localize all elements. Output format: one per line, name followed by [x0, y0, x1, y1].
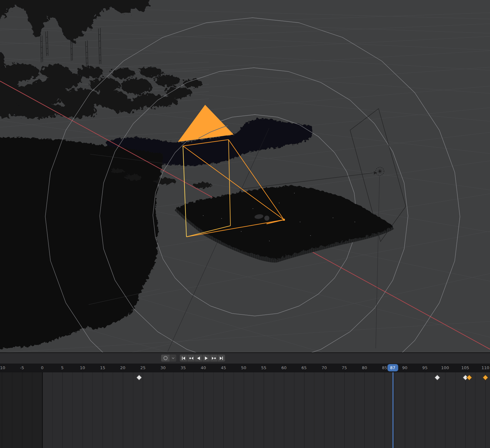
track-gridline — [143, 372, 143, 448]
play-forward-button[interactable] — [203, 355, 210, 362]
ruler-tick-label: -10 — [0, 365, 5, 370]
prev-keyframe-icon — [189, 356, 194, 361]
ruler-tick-label: 40 — [201, 365, 206, 370]
keyframe-diamond[interactable] — [136, 375, 142, 380]
track-gridline — [72, 372, 73, 448]
camera-target-point — [283, 219, 285, 221]
skip-to-end-icon — [219, 356, 224, 361]
track-gridline — [133, 372, 133, 448]
grass-mass[interactable] — [0, 137, 163, 348]
timeline-editor[interactable]: 1101051009590858075706560555045403530252… — [0, 352, 490, 448]
ruler-tick-label: -5 — [20, 365, 24, 370]
track-gridline — [304, 372, 305, 448]
track-gridline — [264, 372, 264, 448]
track-gridline — [374, 372, 375, 448]
track-gridline — [344, 372, 345, 448]
track-gridline — [364, 372, 365, 448]
ruler-tick-label: 90 — [402, 365, 407, 370]
track-gridline — [385, 372, 385, 448]
record-circle-icon — [163, 356, 168, 361]
ruler-tick-label: 30 — [160, 365, 166, 370]
track-gridline — [12, 372, 12, 448]
ruler-tick-label: 15 — [100, 365, 105, 370]
current-frame-indicator[interactable]: 87 — [387, 364, 398, 371]
track-gridline — [415, 372, 415, 448]
track-gridline — [284, 372, 284, 448]
out-of-range-shading — [0, 372, 42, 448]
track-gridline — [32, 372, 32, 448]
play-reverse-button[interactable] — [195, 355, 202, 362]
grass-plane-top — [177, 186, 393, 259]
auto-keying-button[interactable] — [161, 355, 170, 362]
track-gridline — [475, 372, 475, 448]
chevron-down-icon — [171, 356, 175, 360]
track-gridline — [203, 372, 204, 448]
previous-keyframe-button[interactable] — [187, 355, 195, 362]
auto-keying-dropdown[interactable] — [170, 355, 176, 362]
jump-to-end-button[interactable] — [218, 355, 225, 362]
ruler-tick-label: 35 — [180, 365, 186, 370]
keyframe-diamond[interactable] — [467, 375, 472, 380]
timeline-tracks[interactable] — [0, 372, 490, 448]
ruler-tick-label: 95 — [422, 365, 428, 370]
track-gridline — [223, 372, 224, 448]
viewport-3d[interactable] — [0, 0, 490, 352]
keyframe-diamond[interactable] — [483, 375, 488, 380]
track-gridline — [193, 372, 194, 448]
ruler-tick-label: 45 — [221, 365, 226, 370]
track-gridline — [334, 372, 335, 448]
track-gridline — [83, 372, 83, 448]
track-gridline — [113, 372, 113, 448]
track-gridline — [405, 372, 405, 448]
track-gridline — [254, 372, 254, 448]
grass-plane[interactable] — [177, 186, 393, 260]
track-gridline — [314, 372, 314, 448]
track-gridline — [92, 372, 93, 448]
track-gridline — [163, 372, 163, 448]
ruler-tick-label: 70 — [322, 365, 327, 370]
timeline-ruler[interactable]: 1101051009590858075706560555045403530252… — [0, 364, 490, 372]
ruler-tick-label: 100 — [441, 365, 449, 370]
next-keyframe-button[interactable] — [210, 355, 217, 362]
playhead[interactable] — [393, 372, 393, 448]
track-gridline — [183, 372, 184, 448]
ruler-tick-label: 85 — [382, 365, 387, 370]
ruler-tick-label: 5 — [61, 365, 64, 370]
track-gridline — [445, 372, 445, 448]
track-gridline — [435, 372, 435, 448]
bush-plot[interactable] — [0, 63, 203, 118]
track-gridline — [355, 372, 355, 448]
next-keyframe-icon — [211, 356, 217, 361]
track-gridline — [22, 372, 22, 448]
track-gridline — [395, 372, 395, 448]
ruler-tick-label: 60 — [281, 365, 287, 370]
ruler-tick-label: 20 — [120, 365, 126, 370]
skip-to-start-icon — [181, 356, 186, 361]
track-gridline — [274, 372, 274, 448]
play-icon — [204, 356, 209, 361]
track-gridline — [324, 372, 324, 448]
ruler-tick-label: 0 — [41, 365, 43, 370]
track-gridline — [52, 372, 53, 448]
track-gridline — [425, 372, 425, 448]
autokey-group — [161, 355, 176, 362]
timeline-header — [0, 352, 490, 364]
ruler-tick-label: 50 — [241, 365, 246, 370]
track-gridline — [153, 372, 153, 448]
track-gridline — [455, 372, 455, 448]
track-gridline — [234, 372, 234, 448]
track-gridline — [294, 372, 294, 448]
ruler-tick-label: 25 — [140, 365, 146, 370]
track-gridline — [244, 372, 244, 448]
track-gridline — [2, 372, 2, 448]
jump-to-start-button[interactable] — [180, 355, 187, 362]
track-gridline — [213, 372, 214, 448]
track-gridline — [103, 372, 103, 448]
track-gridline — [173, 372, 173, 448]
track-gridline — [465, 372, 466, 448]
playback-controls — [180, 355, 225, 362]
track-gridline — [123, 372, 123, 448]
ruler-tick-label: 105 — [461, 365, 469, 370]
play-reverse-icon — [196, 356, 201, 361]
track-gridline — [485, 372, 486, 448]
